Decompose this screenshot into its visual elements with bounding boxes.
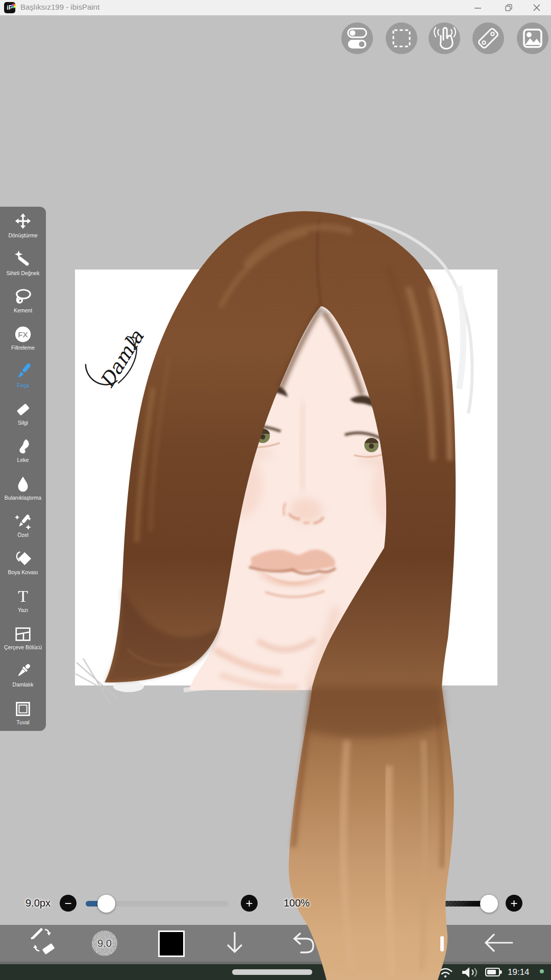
brush-eraser-swap-icon <box>26 924 59 957</box>
sidebar-item-boya-kovasi[interactable]: Boya Kovası <box>0 544 46 581</box>
sidebar-item-label: Fırça <box>17 383 29 388</box>
minimize-icon <box>474 4 482 11</box>
volume-icon[interactable] <box>459 965 480 979</box>
tool-mode-button[interactable] <box>220 925 249 961</box>
artist-signature: Damla <box>81 317 149 394</box>
text-icon: T <box>13 587 33 606</box>
eyedropper-icon <box>13 662 33 681</box>
brush-size-value: 9.0px <box>26 897 51 909</box>
sidebar-item-damlalik[interactable]: Damlalık <box>0 656 46 693</box>
opacity-slider-track[interactable] <box>346 901 489 906</box>
ruler-button[interactable] <box>472 22 504 54</box>
sidebar-item-label: Tuval <box>16 720 29 725</box>
sidebar-item-cerceve-bolucu[interactable]: Çerçeve Bölücü <box>0 619 46 656</box>
lasso-icon <box>13 287 33 307</box>
magic-wand-icon <box>13 250 33 270</box>
ruler-icon <box>472 22 504 54</box>
material-button[interactable] <box>517 22 548 54</box>
current-color-button[interactable] <box>158 930 185 957</box>
marquee-icon <box>386 22 417 54</box>
sidebar-item-filtreleme[interactable]: FX Filtreleme <box>0 319 46 356</box>
minimize-button[interactable] <box>466 0 490 15</box>
sidebar-item-label: Özel <box>17 532 29 538</box>
wifi-icon[interactable] <box>436 965 455 979</box>
notification-dot <box>540 969 544 973</box>
sidebar-item-label: Kement <box>14 308 32 313</box>
fx-icon: FX <box>13 325 33 344</box>
sidebar-item-tuval[interactable]: Tuval <box>0 694 46 731</box>
opacity-slider-thumb[interactable] <box>480 895 498 913</box>
sidebar-item-label: Boya Kovası <box>8 570 38 575</box>
smudge-icon <box>13 437 33 456</box>
sidebar-item-label: Sihirli Değnek <box>7 271 40 276</box>
brush-size-slider-thumb[interactable] <box>97 895 115 913</box>
sidebar-item-label: Silgi <box>18 420 28 426</box>
sidebar-item-yazi[interactable]: T Yazı <box>0 581 46 619</box>
sidebar-item-label: Dönüştürme <box>8 233 37 238</box>
hand-tool-button[interactable] <box>429 22 460 54</box>
ibispaint-window: Damla iP Başlıksız199 - ibisPaint <box>0 0 551 980</box>
brush-size-minus-button[interactable]: − <box>60 895 77 912</box>
eraser-icon <box>13 400 33 419</box>
title-bar: iP Başlıksız199 - ibisPaint <box>0 0 551 15</box>
selection-button[interactable] <box>386 22 417 54</box>
canvas-icon <box>13 699 33 719</box>
special-pen-icon <box>13 512 33 531</box>
battery-icon[interactable] <box>484 966 504 978</box>
sidebar-item-label: Yazı <box>18 607 28 613</box>
tool-sidebar: Dönüştürme Sihirli Değnek Kement FX Filt… <box>0 207 46 731</box>
close-icon <box>533 4 540 11</box>
sidebar-item-label: Leke <box>17 457 29 463</box>
move-icon <box>13 212 33 232</box>
brush-preview-size: 9.0 <box>90 928 119 958</box>
undo-button[interactable] <box>287 925 317 961</box>
sidebar-item-donusturme[interactable]: Dönüştürme <box>0 207 46 244</box>
hand-icon <box>429 22 460 54</box>
brush-icon <box>13 362 33 382</box>
sidebar-item-sihirli-degnek[interactable]: Sihirli Değnek <box>0 244 46 281</box>
down-arrow-icon <box>221 928 248 957</box>
blur-drop-icon <box>13 475 33 494</box>
brush-size-plus-button[interactable]: + <box>241 895 258 912</box>
material-image-icon <box>517 22 548 54</box>
sidebar-item-leke[interactable]: Leke <box>0 431 46 469</box>
svg-text:T: T <box>18 587 28 605</box>
sidebar-item-label: Çerçeve Bölücü <box>4 645 42 650</box>
color-wheel-icon <box>11 4 16 8</box>
layers-panel-button[interactable] <box>440 936 444 951</box>
sidebar-item-label: Filtreleme <box>11 345 35 351</box>
sidebar-item-bulaniklastirma[interactable]: Bulanıklaştırma <box>0 469 46 506</box>
close-button[interactable] <box>525 0 548 15</box>
back-arrow-icon <box>480 928 518 957</box>
frame-divider-icon <box>13 624 33 644</box>
toggles-icon <box>341 22 373 54</box>
sidebar-item-label: Damlalık <box>13 682 34 688</box>
opacity-value: 100% <box>284 897 310 909</box>
undo-icon <box>288 927 316 958</box>
svg-text:FX: FX <box>18 330 28 339</box>
svg-text:Damla: Damla <box>95 326 148 392</box>
sidebar-item-silgi[interactable]: Silgi <box>0 394 46 431</box>
restore-icon <box>505 4 513 12</box>
scrollbar-thumb[interactable] <box>232 969 312 975</box>
sidebar-item-kement[interactable]: Kement <box>0 282 46 319</box>
paint-bucket-icon <box>13 549 33 569</box>
restore-button[interactable] <box>497 0 520 15</box>
back-button[interactable] <box>479 925 519 961</box>
sidebar-item-label: Bulanıklaştırma <box>5 495 41 501</box>
bottom-toolbar <box>0 925 551 962</box>
drawing-canvas[interactable]: Damla <box>0 0 551 980</box>
window-title: Başlıksız199 - ibisPaint <box>20 3 99 11</box>
view-settings-button[interactable] <box>341 22 373 54</box>
sidebar-item-ozel[interactable]: Özel <box>0 506 46 544</box>
swap-brush-eraser-button[interactable] <box>24 923 60 959</box>
taskbar-clock[interactable]: 19:14 <box>508 967 530 977</box>
opacity-plus-button[interactable]: + <box>506 895 522 912</box>
sidebar-item-firca[interactable]: Fırça <box>0 356 46 394</box>
